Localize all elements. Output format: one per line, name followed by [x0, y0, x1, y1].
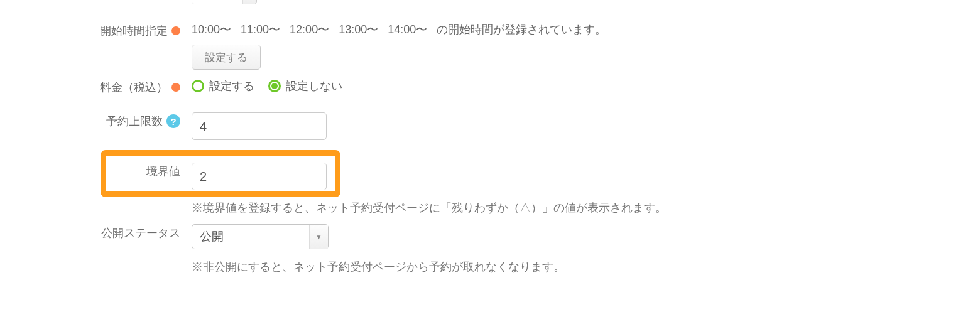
chevron-down-icon: ▼	[309, 225, 328, 249]
chevron-down-icon[interactable]: ▼	[243, 0, 256, 4]
row-start-time: 開始時間指定 10:00〜 11:00〜 12:00〜 13:00〜 14:00…	[0, 21, 980, 70]
label-reservation-limit: 予約上限数 ?	[0, 111, 192, 129]
label-publish-status: 公開ステータス	[0, 223, 192, 240]
publish-status-note: ※非公開にすると、ネット予約受付ページから予約が取れなくなります。	[192, 257, 980, 274]
help-icon[interactable]: ?	[166, 114, 180, 128]
price-radio-unset[interactable]: 設定しない	[268, 78, 342, 94]
row-publish-status: 公開ステータス 公開 ▼ ※非公開にすると、ネット予約受付ページから予約が取れな…	[0, 223, 980, 274]
required-dot-icon	[172, 83, 180, 92]
required-dot-icon	[172, 26, 180, 35]
radio-icon	[268, 80, 281, 92]
label-price: 料金（税込）	[0, 77, 192, 95]
row-price: 料金（税込） 設定する 設定しない	[0, 77, 980, 95]
row-duration: 所要時間 ▲ ▼ 分	[0, 0, 980, 4]
label-publish-status-text: 公開ステータス	[101, 225, 180, 240]
row-reservation-limit: 予約上限数 ?	[0, 111, 980, 140]
start-time-config-button[interactable]: 設定する	[192, 45, 261, 70]
price-radio-group: 設定する 設定しない	[192, 78, 980, 94]
label-reservation-limit-text: 予約上限数	[106, 114, 163, 129]
publish-status-value: 公開	[192, 229, 309, 245]
price-radio-set[interactable]: 設定する	[192, 78, 254, 94]
settings-form: 所要時間 ▲ ▼ 分 開始時間指定 10:00〜 1	[0, 0, 980, 274]
price-radio-set-label: 設定する	[209, 78, 254, 94]
label-threshold-text: 境界値	[146, 164, 180, 179]
label-start-time: 開始時間指定	[0, 21, 192, 38]
row-threshold: 境界値 ※境界値を登録すると、ネット予約受付ページに「残りわずか（△）」の値が表…	[0, 161, 980, 215]
threshold-input[interactable]	[192, 163, 327, 190]
start-time-registered-text: 10:00〜 11:00〜 12:00〜 13:00〜 14:00〜 の開始時間…	[192, 22, 606, 37]
radio-icon	[192, 80, 204, 92]
reservation-limit-input[interactable]	[192, 112, 327, 140]
label-start-time-text: 開始時間指定	[100, 23, 168, 38]
label-threshold: 境界値	[0, 161, 192, 179]
price-radio-unset-label: 設定しない	[286, 78, 342, 94]
threshold-note: ※境界値を登録すると、ネット予約受付ページに「残りわずか（△）」の値が表示されま…	[192, 198, 980, 215]
publish-status-select[interactable]: 公開 ▼	[192, 224, 329, 249]
duration-input[interactable]	[192, 0, 242, 4]
label-price-text: 料金（税込）	[100, 80, 168, 95]
duration-spinner[interactable]: ▲ ▼	[192, 0, 257, 4]
